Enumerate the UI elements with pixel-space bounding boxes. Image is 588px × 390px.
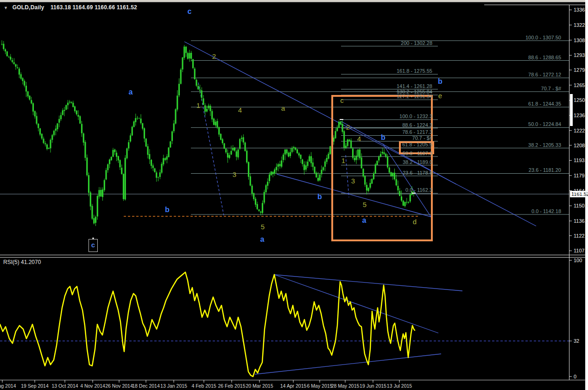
wave-label-b[interactable]: b — [381, 133, 386, 142]
axis-highlight-bar — [570, 94, 573, 126]
candle-body — [202, 98, 204, 105]
wave-label-3[interactable]: 3 — [233, 170, 236, 178]
time-axis-label[interactable]: 13 Jul 2015 — [387, 383, 412, 389]
candle-body — [239, 139, 240, 149]
wave-label-a[interactable]: a — [362, 216, 367, 225]
fib-level-label: 88.6 - 1288.65 — [459, 55, 561, 60]
time-axis-label[interactable]: 20 Mar 2015 — [246, 383, 273, 389]
candle-body — [116, 153, 117, 157]
candle-body — [227, 153, 228, 157]
wave-label-5[interactable]: 5 — [261, 223, 265, 231]
indicator-label: RSI(5) 41.2070 — [3, 259, 41, 265]
selection-handle[interactable] — [412, 193, 416, 194]
wave-label-4[interactable]: 4 — [238, 106, 242, 114]
candle-body — [126, 148, 127, 158]
candle-body — [250, 176, 251, 186]
ohlc-values: 1163.18 1164.69 1160.66 1161.52 — [51, 4, 137, 11]
fib-level-label: 100.0 - 1307.50 — [459, 35, 561, 40]
wave-label-2[interactable]: 2 — [346, 123, 350, 131]
time-axis-label[interactable]: 19 Jun 2015 — [360, 383, 386, 389]
wave-label-a[interactable]: a — [281, 104, 285, 112]
candle-body — [19, 69, 20, 75]
candle-body — [55, 129, 57, 131]
candle-body — [251, 186, 253, 194]
selected-text-object[interactable]: c — [89, 239, 98, 252]
time-axis-label[interactable]: 26 Feb 2015 — [218, 383, 246, 389]
candle-body — [58, 119, 60, 123]
wave-label-5[interactable]: 5 — [363, 201, 367, 208]
price-axis-label: 1279.62 — [574, 67, 588, 73]
candle-body — [281, 161, 282, 167]
time-axis-label[interactable]: 4 Feb 2015 — [191, 383, 216, 389]
candle-body — [222, 139, 223, 144]
candle-body — [187, 53, 189, 58]
time-axis-label[interactable]: 26 Nov 2014 — [105, 383, 133, 389]
candle-body — [27, 91, 29, 96]
wave-label-b[interactable]: b — [438, 77, 443, 86]
wave-label-3[interactable]: 3 — [351, 177, 355, 185]
fib-level-label: 38.2 - 1205.33 — [459, 142, 561, 148]
candle-body — [300, 155, 301, 159]
candle-body — [317, 178, 319, 181]
price-axis-label: 1322.42 — [574, 22, 588, 28]
symbol-period-label: GOLD,Daily — [13, 4, 44, 11]
trendline-rsi-upper[interactable] — [274, 275, 462, 291]
wave-label-a[interactable]: a — [129, 88, 133, 96]
time-axis-label[interactable]: 14 Apr 2015 — [280, 383, 307, 389]
candle-body — [135, 118, 136, 122]
price-axis-label: 1179.22 — [574, 173, 588, 178]
candle-body — [46, 145, 48, 149]
wave-label-c[interactable]: c — [340, 96, 344, 104]
candle-body — [79, 116, 81, 124]
wave-label-b[interactable]: b — [165, 206, 170, 214]
candle-body — [36, 116, 37, 124]
rsi-axis-label: 0 — [574, 374, 576, 379]
candle-body — [406, 202, 407, 202]
wave-label-2[interactable]: 2 — [212, 52, 216, 60]
chevron-down-icon[interactable]: ▼ — [4, 6, 8, 10]
wave-label-c[interactable]: c — [188, 7, 192, 16]
time-axis-label[interactable]: 6 May 2015 — [307, 383, 333, 389]
candle-body — [29, 96, 30, 100]
fib-level-label: 200 - 1302.28 — [330, 40, 432, 46]
candle-body — [25, 86, 27, 92]
candle-body — [121, 168, 122, 174]
candle-body — [326, 158, 328, 162]
time-axis-label[interactable]: 4 Nov 2014 — [80, 383, 105, 389]
wave-label-1[interactable]: 1 — [196, 101, 200, 109]
time-axis-label[interactable]: 28 May 2015 — [331, 383, 360, 389]
candle-body — [258, 209, 259, 211]
candle-body — [145, 138, 147, 146]
candle-body — [269, 175, 270, 181]
time-axis-label[interactable]: 13 Jan 2015 — [160, 383, 187, 389]
candle-body — [123, 174, 124, 199]
candle-body — [112, 150, 114, 157]
fib-level-label: 23.6 - 1178.8 — [330, 170, 432, 176]
candle-body — [248, 162, 249, 177]
wave-label-a[interactable]: a — [260, 235, 265, 244]
wave-label-4[interactable]: 4 — [357, 135, 361, 143]
time-axis-label[interactable]: 18 Dec 2014 — [132, 383, 160, 389]
wave-label-b[interactable]: b — [317, 193, 322, 201]
candle-body — [152, 165, 154, 168]
trendline-rsi-rising[interactable] — [255, 354, 441, 374]
candle-body — [97, 196, 98, 216]
candle-body — [90, 192, 91, 206]
candle-body — [74, 107, 76, 111]
fib-level-label: 0.0 - 1162.3 — [330, 187, 432, 193]
trendline-rsi-steep[interactable] — [274, 275, 438, 333]
time-axis-label[interactable]: 19 Sep 2014 — [21, 383, 49, 389]
wave-label-1[interactable]: 1 — [341, 157, 345, 164]
wave-label-e[interactable]: e — [438, 92, 442, 100]
time-axis-label[interactable]: 28 Aug 2014 — [0, 383, 16, 389]
trendline-steep-dashed[interactable] — [198, 82, 224, 215]
candle-body — [119, 160, 120, 168]
candle-body — [185, 47, 187, 53]
candle-body — [408, 202, 409, 203]
time-axis-label[interactable]: 13 Oct 2014 — [51, 383, 78, 389]
candle-body — [128, 142, 129, 149]
selection-handle[interactable] — [340, 119, 343, 120]
candle-body — [158, 177, 159, 177]
rsi-axis-label: 32 — [574, 338, 579, 344]
wave-label-d[interactable]: d — [413, 218, 417, 226]
